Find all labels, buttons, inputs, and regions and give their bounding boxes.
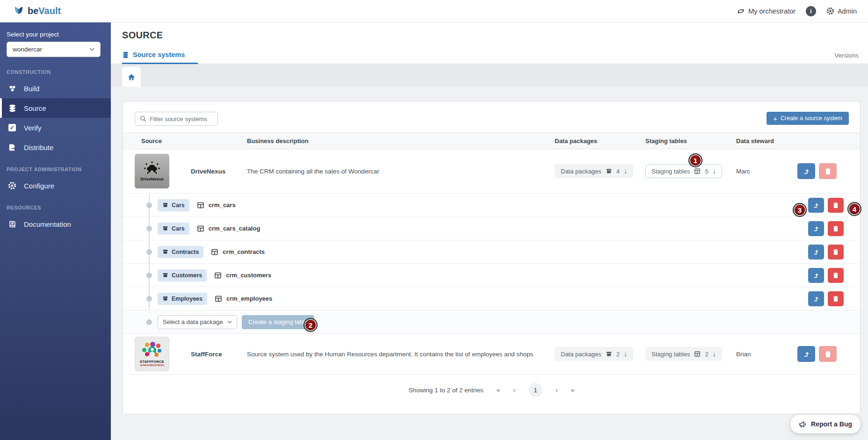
- package-badge: Customers: [158, 269, 207, 281]
- delete-staging-table-button[interactable]: [828, 198, 844, 213]
- tree-node-dot: [146, 273, 152, 278]
- sidebar-item-verify[interactable]: ✓ Verify: [0, 118, 111, 137]
- tab-source-systems[interactable]: Source systems: [122, 51, 198, 64]
- delete-staging-table-button[interactable]: [828, 268, 844, 283]
- page-header: SOURCE Source systems Versions: [111, 22, 868, 64]
- filter-input[interactable]: [150, 115, 208, 123]
- sidebar-item-label: Configure: [24, 182, 54, 190]
- staffforce-logo: STAFFFORCE HUMAN RESOURCES: [135, 337, 169, 371]
- column-header-data-packages: Data packages: [555, 137, 645, 144]
- table-header: Source Business description Data package…: [123, 132, 860, 149]
- tree-node-dot: [146, 249, 152, 255]
- sidebar-item-distribute[interactable]: Distribute: [0, 137, 111, 157]
- trash-icon: [833, 272, 839, 279]
- source-name: DriveNexus: [191, 168, 225, 175]
- search-icon: [140, 115, 146, 122]
- report-a-bug-button[interactable]: Report a Bug: [790, 415, 861, 433]
- publish-staging-table-button[interactable]: [808, 245, 824, 260]
- admin-menu[interactable]: Admin: [826, 7, 857, 15]
- pagination-last-button[interactable]: »: [571, 386, 575, 394]
- database-icon: [122, 51, 129, 58]
- sidebar-item-documentation[interactable]: Documentation: [0, 214, 111, 234]
- column-header-source: Source: [135, 137, 247, 144]
- sidebar-item-build[interactable]: Build: [0, 79, 111, 98]
- pagination-prev-button[interactable]: ‹: [513, 386, 515, 394]
- create-source-system-label: Create a source system: [781, 115, 842, 122]
- staging-table-row-crm-employees: Employees crm_employees: [123, 287, 860, 310]
- delete-source-button[interactable]: [819, 346, 837, 362]
- data-packages-pill-label: Data packages: [561, 351, 601, 358]
- arrow-down-icon: ↓: [713, 350, 716, 358]
- page-title: SOURCE: [122, 30, 868, 41]
- package-icon: [162, 296, 168, 302]
- main-area: SOURCE Source systems Versions: [111, 22, 868, 440]
- sidebar-item-label: Source: [24, 104, 46, 112]
- filter-source-systems: [135, 112, 218, 126]
- staffforce-logo-art: [142, 342, 162, 359]
- staging-tables-count: 5: [705, 168, 708, 175]
- package-badge-label: Cars: [172, 225, 185, 232]
- gear-icon: [826, 7, 834, 15]
- staging-table-name: crm_contracts: [223, 248, 265, 255]
- publish-source-button[interactable]: [797, 163, 815, 179]
- staging-tables-pill-label: Staging tables: [651, 351, 690, 358]
- select-data-package-value: Select a data package: [163, 318, 223, 325]
- staging-table-name: crm_customers: [226, 272, 271, 279]
- sync-icon: [737, 7, 745, 15]
- column-header-data-steward: Data steward: [736, 137, 791, 144]
- publish-source-button[interactable]: [797, 346, 815, 362]
- sidebar-item-source[interactable]: Source: [0, 98, 111, 118]
- trash-icon: [833, 296, 839, 302]
- staging-tables-button[interactable]: Staging tables 5 ↓: [645, 164, 722, 178]
- project-select-label: Select your project: [7, 31, 104, 38]
- data-steward: Brian: [736, 351, 791, 358]
- trash-icon: [833, 202, 839, 209]
- publish-staging-table-button[interactable]: [808, 268, 824, 283]
- pagination-summary: Showing 1 to 2 of 2 entries: [409, 387, 484, 394]
- drivenexus-logo: DriveNexus: [135, 154, 169, 188]
- table-icon: [197, 202, 204, 209]
- delete-staging-table-button[interactable]: [828, 291, 844, 306]
- sidebar-item-configure[interactable]: Configure: [0, 176, 111, 195]
- arrow-up-icon: [813, 202, 819, 209]
- column-header-staging-tables: Staging tables: [645, 137, 736, 144]
- publish-staging-table-button[interactable]: [808, 221, 824, 236]
- breadcrumb-strip: [111, 64, 868, 87]
- brand-text-primary: be: [28, 6, 38, 16]
- versions-link[interactable]: Versions: [834, 52, 859, 59]
- data-packages-button[interactable]: Data packages 4 ↓: [555, 164, 633, 178]
- book-icon: [7, 220, 17, 228]
- pagination-page-1[interactable]: 1: [528, 383, 542, 397]
- package-badge-label: Employees: [172, 296, 203, 302]
- checkbox-icon: ✓: [7, 124, 17, 131]
- home-tab[interactable]: [122, 67, 141, 87]
- publish-staging-table-button[interactable]: [808, 198, 824, 213]
- pagination-next-button[interactable]: ›: [556, 386, 558, 394]
- pagination-first-button[interactable]: «: [496, 386, 500, 394]
- select-data-package-dropdown[interactable]: Select a data package: [158, 315, 237, 329]
- staging-tables-button[interactable]: Staging tables 2 ↓: [645, 347, 722, 361]
- data-packages-button[interactable]: Data packages 2 ↓: [555, 347, 633, 361]
- my-orchestrator-label: My orchestrator: [748, 7, 796, 15]
- top-bar: beVault My orchestrator i Admin: [0, 0, 868, 22]
- my-orchestrator-link[interactable]: My orchestrator: [737, 7, 796, 15]
- trash-icon: [825, 168, 831, 175]
- delete-source-button[interactable]: [819, 163, 837, 179]
- arrow-down-icon: ↓: [624, 167, 627, 175]
- source-name: StaffForce: [191, 351, 222, 358]
- staging-table-name: crm_cars_catalog: [209, 225, 260, 232]
- create-source-system-button[interactable]: + Create a source system: [767, 112, 849, 125]
- package-icon: [162, 249, 168, 255]
- table-row-staffforce: STAFFFORCE HUMAN RESOURCES StaffForce So…: [123, 334, 860, 375]
- staging-table-name: crm_employees: [226, 295, 272, 302]
- info-icon[interactable]: i: [806, 6, 816, 16]
- report-a-bug-label: Report a Bug: [811, 420, 852, 428]
- database-icon: [7, 104, 17, 112]
- create-staging-table-button[interactable]: Create a staging table: [242, 315, 314, 329]
- delete-staging-table-button[interactable]: [828, 221, 844, 236]
- project-select-value: wondercar: [13, 46, 42, 53]
- package-badge-label: Contracts: [172, 249, 199, 255]
- project-select[interactable]: wondercar: [7, 42, 101, 57]
- delete-staging-table-button[interactable]: [828, 245, 844, 260]
- publish-staging-table-button[interactable]: [808, 291, 824, 306]
